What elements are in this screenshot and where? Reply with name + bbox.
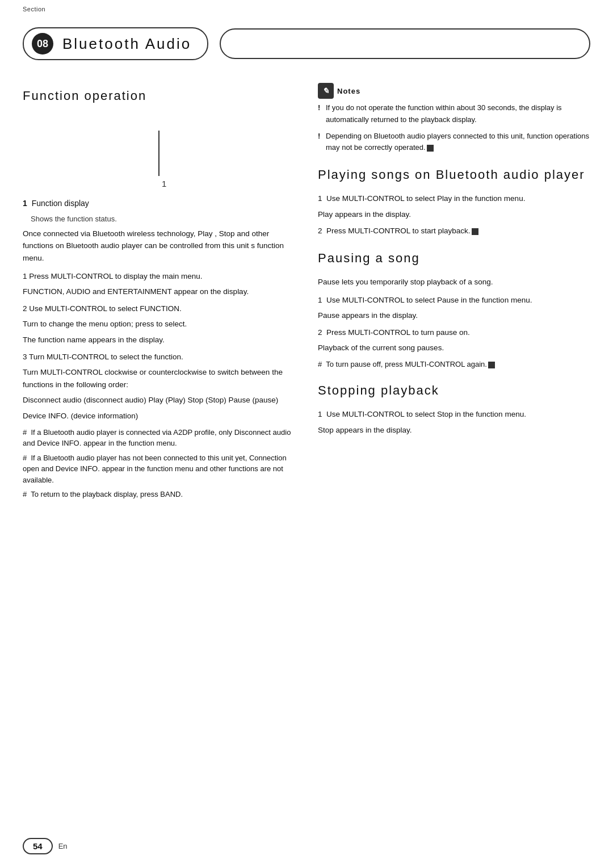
- right-column: ✎ Notes If you do not operate the functi…: [318, 83, 590, 504]
- caption-title: Function display: [32, 199, 89, 208]
- stopping-step-1-text: 1 Use MULTI-CONTROL to select Stop in th…: [318, 408, 590, 421]
- intro-paragraph: Once connected via Bluetooth wireless te…: [23, 228, 295, 265]
- hash-note-2: # If a Bluetooth audio player has not be…: [23, 452, 295, 486]
- step-3-sub1: Turn MULTI-CONTROL clockwise or counterc…: [23, 366, 295, 391]
- playing-step-2: 2 Press MULTI-CONTROL to start playback.: [318, 225, 590, 237]
- step-2-num: 2: [23, 304, 27, 313]
- note-item-2: Depending on Bluetooth audio players con…: [318, 131, 590, 154]
- pausing-step-1-text: 1 Use MULTI-CONTROL to select Pause in t…: [318, 294, 590, 307]
- pausing-step-2-text: 2 Press MULTI-CONTROL to turn pause on.: [318, 326, 590, 339]
- stop-symbol-2: [472, 228, 478, 235]
- playing-step-1-sub: Play appears in the display.: [318, 208, 590, 221]
- pausing-step-2: 2 Press MULTI-CONTROL to turn pause on. …: [318, 326, 590, 354]
- step-2: 2 Use MULTI-CONTROL to select FUNCTION. …: [23, 303, 295, 346]
- notes-label: Notes: [337, 87, 360, 95]
- notes-header: ✎ Notes: [318, 83, 590, 99]
- caption-num: 1: [23, 199, 27, 208]
- step-3-text: 3 Turn MULTI-CONTROL to select the funct…: [23, 351, 295, 363]
- diagram-number: 1: [162, 179, 166, 188]
- pausing-intro: Pause lets you temporarily stop playback…: [318, 276, 590, 288]
- function-operation-heading: Function operation: [23, 89, 295, 103]
- header-right-box: [220, 28, 590, 59]
- playing-step-1: 1 Use MULTI-CONTROL to select Play in th…: [318, 192, 590, 220]
- section-label: Section: [23, 6, 45, 12]
- pausing-section: Pausing a song Pause lets you temporaril…: [318, 251, 590, 370]
- stopping-section: Stopping playback 1 Use MULTI-CONTROL to…: [318, 383, 590, 436]
- stopping-step-1: 1 Use MULTI-CONTROL to select Stop in th…: [318, 408, 590, 436]
- stopping-heading: Stopping playback: [318, 383, 590, 398]
- pausing-step-2-sub: Playback of the current song pauses.: [318, 342, 590, 354]
- pausing-step-1: 1 Use MULTI-CONTROL to select Pause in t…: [318, 294, 590, 322]
- page-number: 54: [23, 838, 53, 854]
- page-title: Bluetooth Audio: [62, 35, 191, 53]
- section-badge: 08 Bluetooth Audio: [23, 27, 208, 60]
- diagram-line: 1: [158, 131, 159, 176]
- step-1: 1 Press MULTI-CONTROL to display the mai…: [23, 270, 295, 298]
- diagram-area: 1: [23, 114, 295, 193]
- pausing-heading: Pausing a song: [318, 251, 590, 266]
- step-3-num: 3: [23, 353, 27, 361]
- step-1-num: 1: [23, 272, 27, 280]
- step-3-sub3: Device INFO. (device information): [23, 410, 295, 422]
- hash-note-1: # If a Bluetooth audio player is connect…: [23, 427, 295, 449]
- caption-item: 1 Function display: [23, 199, 295, 208]
- pausing-step-1-sub: Pause appears in the display.: [318, 309, 590, 322]
- page-header: 08 Bluetooth Audio: [23, 27, 590, 60]
- step-2-sub1: Turn to change the menu option; press to…: [23, 318, 295, 330]
- step-1-sub: FUNCTION, AUDIO and ENTERTAINMENT appear…: [23, 286, 295, 298]
- caption-body: Shows the function status.: [23, 213, 295, 225]
- page-footer: 54 En: [23, 838, 68, 854]
- playing-step-2-text: 2 Press MULTI-CONTROL to start playback.: [318, 225, 590, 237]
- note-item-1: If you do not operate the function withi…: [318, 102, 590, 126]
- main-content: Function operation 1 1 Function display …: [23, 83, 590, 504]
- stop-symbol-1: [427, 145, 434, 152]
- playing-step-1-text: 1 Use MULTI-CONTROL to select Play in th…: [318, 192, 590, 205]
- step-2-sub2: The function name appears in the display…: [23, 334, 295, 346]
- playing-section: Playing songs on Bluetooth audio player …: [318, 167, 590, 237]
- stop-symbol-3: [488, 362, 495, 368]
- hash-note-3: # To return to the playback display, pre…: [23, 489, 295, 500]
- playing-heading: Playing songs on Bluetooth audio player: [318, 167, 590, 182]
- step-1-text: 1 Press MULTI-CONTROL to display the mai…: [23, 270, 295, 283]
- step-2-text: 2 Use MULTI-CONTROL to select FUNCTION.: [23, 303, 295, 315]
- left-column: Function operation 1 1 Function display …: [23, 83, 295, 504]
- pausing-hash-note: # To turn pause off, press MULTI-CONTROL…: [318, 359, 590, 370]
- stopping-step-1-sub: Stop appears in the display.: [318, 424, 590, 437]
- notes-box: ✎ Notes If you do not operate the functi…: [318, 83, 590, 154]
- notes-icon: ✎: [318, 83, 334, 99]
- step-3: 3 Turn MULTI-CONTROL to select the funct…: [23, 351, 295, 422]
- step-3-sub2: Disconnect audio (disconnect audio) Play…: [23, 394, 295, 406]
- section-number: 08: [32, 33, 53, 54]
- language-label: En: [58, 842, 68, 850]
